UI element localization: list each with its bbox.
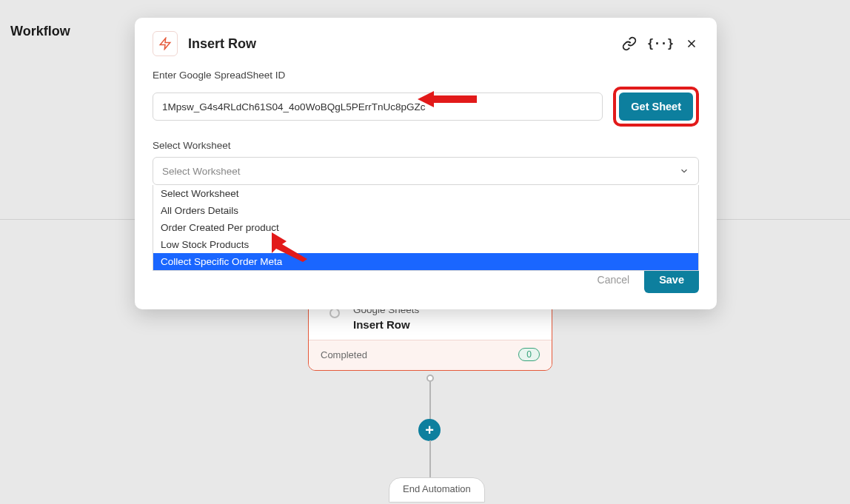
close-icon[interactable] [684,36,699,51]
action-maintitle: Insert Row [353,318,419,331]
worksheet-select[interactable]: Select Worksheet [153,157,699,185]
cancel-button[interactable]: Cancel [598,274,630,286]
spreadsheet-id-label: Enter Google SpreadSheet ID [153,70,699,81]
add-step-button[interactable]: + [418,419,441,441]
connector-line [429,382,431,423]
dropdown-option[interactable]: Low Stock Products [153,236,698,253]
connector-line [429,440,431,477]
spreadsheet-id-input[interactable] [153,93,603,121]
dropdown-option[interactable]: All Orders Details [153,202,698,219]
svg-marker-4 [418,91,477,107]
modal-title: Insert Row [188,36,256,52]
status-label: Completed [321,349,367,360]
chevron-down-icon [679,166,689,176]
annotation-arrow-icon [266,232,310,262]
end-automation-pill: End Automation [389,477,485,503]
status-badge: 0 [518,348,540,361]
code-icon[interactable]: {··} [653,36,668,51]
dropdown-option[interactable]: Select Worksheet [153,185,698,202]
lightning-icon [153,31,178,56]
link-icon[interactable] [622,36,637,51]
get-sheet-button[interactable]: Get Sheet [619,93,693,121]
step-indicator-icon [329,308,340,318]
svg-marker-5 [272,232,307,262]
dropdown-option[interactable]: Order Created Per product [153,219,698,236]
worksheet-dropdown: Select WorksheetAll Orders DetailsOrder … [153,185,699,271]
connector-dot-icon [426,374,434,382]
annotation-arrow-icon [418,88,477,110]
highlight-box: Get Sheet [613,87,699,127]
worksheet-select-value: Select Worksheet [162,166,241,177]
dropdown-option[interactable]: Collect Specific Order Meta [153,253,698,270]
worksheet-label: Select Worksheet [153,140,699,151]
svg-marker-1 [160,38,170,50]
insert-row-modal: Insert Row {··} Enter Google SpreadSheet… [135,18,717,309]
